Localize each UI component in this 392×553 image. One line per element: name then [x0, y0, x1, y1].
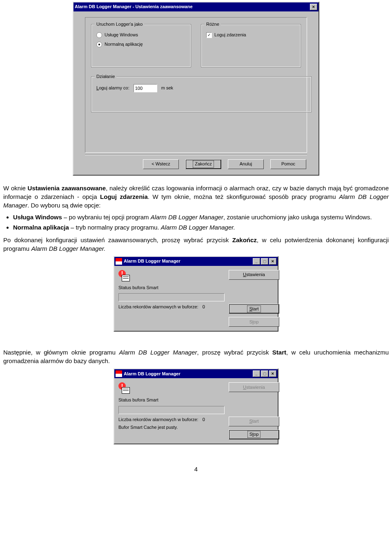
- logger-manager-dialog-running: Alarm DB Logger Manager _ ▢ ✕ ! Ustawien…: [114, 368, 278, 444]
- stop-button: Stop: [229, 317, 279, 327]
- log-every-label: Loguj alarmy co:: [96, 85, 129, 91]
- status-field: [118, 293, 225, 301]
- checkbox-label: Loguj zdarzenia: [214, 32, 246, 38]
- finish-button[interactable]: Zakończ: [185, 159, 221, 169]
- status-field: [118, 406, 225, 414]
- close-icon[interactable]: ✕: [269, 370, 276, 377]
- dialog-title: Alarm DB Logger Manager: [124, 258, 180, 264]
- radio-label: Normalną aplikację: [105, 41, 143, 47]
- logger-manager-dialog-stopped: Alarm DB Logger Manager _ ▢ ✕ ! Ustawien…: [114, 256, 278, 332]
- checkbox-icon: ✓: [206, 32, 212, 38]
- bullet-app: Normalna aplikacja – tryb normalny pracy…: [13, 223, 389, 232]
- cache-empty-label: Bufor Smart Cache jest pusty.: [118, 424, 205, 430]
- status-icon: !: [118, 270, 130, 281]
- group-misc: Różne ✓ Loguj zdarzenia: [201, 24, 301, 67]
- advanced-settings-dialog: Alarm DB Logger Manager - Ustawienia zaa…: [73, 2, 319, 176]
- radio-normal-app[interactable]: Normalną aplikację: [96, 41, 186, 47]
- close-icon[interactable]: ✕: [269, 258, 276, 265]
- radio-icon: [96, 32, 102, 38]
- titlebar: Alarm DB Logger Manager _ ▢ ✕: [114, 257, 278, 266]
- inner-panel: Uruchom Logger'a jako Usługę Windows Nor…: [85, 17, 307, 153]
- minimize-icon[interactable]: _: [253, 258, 260, 265]
- records-label: Liczba rekordów alarmowych w buforze:: [118, 417, 198, 423]
- titlebar: Alarm DB Logger Manager - Ustawienia zaa…: [74, 2, 318, 11]
- start-button: Start: [229, 417, 279, 426]
- log-every-unit: m sek: [161, 85, 173, 91]
- group-run-legend: Uruchom Logger'a jako: [95, 21, 144, 27]
- stop-button[interactable]: Stop: [229, 430, 279, 439]
- records-value: 0: [203, 304, 205, 310]
- app-icon: [116, 370, 122, 377]
- start-button[interactable]: Start: [229, 304, 279, 314]
- maximize-icon: ▢: [261, 258, 268, 265]
- cancel-button[interactable]: Anuluj: [228, 159, 264, 169]
- paragraph-1: W oknie Ustawienia zaawansowane, należy …: [3, 184, 389, 210]
- radio-icon: [96, 42, 102, 47]
- status-icon: !: [118, 382, 130, 394]
- app-icon: [116, 258, 122, 265]
- maximize-icon: ▢: [261, 370, 268, 377]
- settings-button: Ustawienia: [229, 382, 279, 392]
- group-misc-legend: Różne: [205, 21, 221, 27]
- paragraph-3: Następnie, w głównym oknie programu Alar…: [3, 348, 389, 365]
- paragraph-2: Po dokonanej konfiguracji ustawień zaawa…: [3, 236, 389, 253]
- close-icon[interactable]: ✕: [310, 4, 317, 10]
- checkbox-log-events[interactable]: ✓ Loguj zdarzenia: [206, 32, 296, 38]
- help-button[interactable]: Pomoc: [270, 159, 306, 169]
- options-list: Usługa Windows – po wybraniu tej opcji p…: [13, 213, 389, 232]
- minimize-icon[interactable]: _: [253, 370, 260, 377]
- titlebar: Alarm DB Logger Manager _ ▢ ✕: [114, 369, 278, 378]
- status-label: Status bufora Smart: [118, 397, 274, 403]
- group-run-as: Uruchom Logger'a jako Usługę Windows Nor…: [91, 24, 191, 67]
- bullet-service: Usługa Windows – po wybraniu tej opcji p…: [13, 213, 389, 221]
- settings-button[interactable]: Ustawienia: [229, 270, 279, 280]
- back-button[interactable]: < Wstecz: [143, 159, 179, 169]
- records-label: Liczba rekordów alarmowych w buforze:: [118, 304, 198, 310]
- page-number: 4: [3, 465, 389, 473]
- dialog-title: Alarm DB Logger Manager: [124, 371, 180, 377]
- radio-windows-service[interactable]: Usługę Windows: [96, 32, 186, 38]
- radio-label: Usługę Windows: [105, 32, 138, 38]
- sheet-icon: [122, 387, 130, 394]
- status-label: Status bufora Smart: [118, 285, 274, 291]
- group-action-legend: Działanie: [95, 74, 116, 80]
- dialog-title: Alarm DB Logger Manager - Ustawienia zaa…: [75, 4, 193, 10]
- records-value: 0: [203, 417, 205, 423]
- group-action: Działanie Loguj alarmy co: m sek: [91, 76, 312, 112]
- sheet-icon: [122, 275, 130, 281]
- log-interval-input[interactable]: [134, 84, 157, 92]
